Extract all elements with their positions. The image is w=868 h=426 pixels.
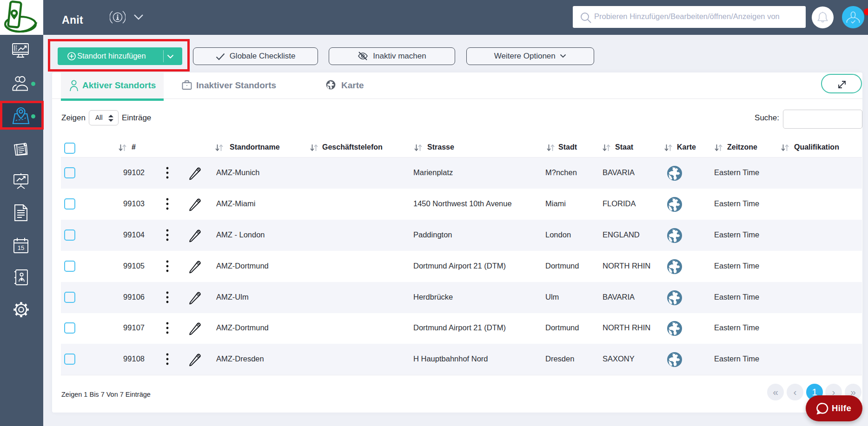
svg-text:15: 15 bbox=[18, 244, 24, 251]
